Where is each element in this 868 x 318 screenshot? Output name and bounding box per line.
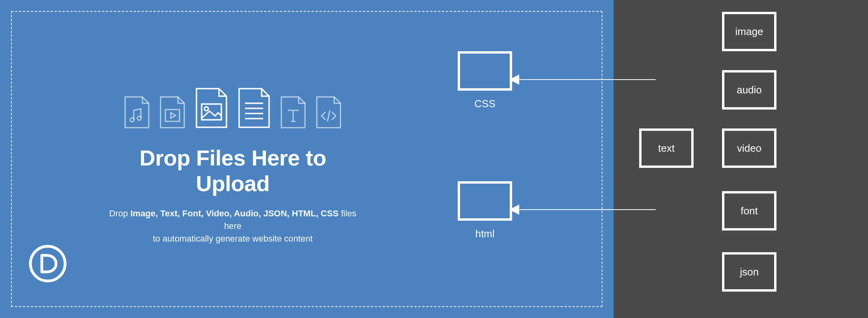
svg-point-4 (204, 107, 208, 111)
source-tile-image[interactable]: image (722, 12, 776, 51)
dropzone-panel[interactable]: Drop Files Here to Upload Drop Image, Te… (0, 0, 614, 318)
font-file-icon (280, 95, 307, 129)
svg-point-9 (30, 246, 65, 281)
drop-slot-box (458, 181, 512, 221)
drop-slot-label: html (458, 228, 512, 240)
svg-rect-2 (165, 110, 180, 121)
code-file-icon (315, 95, 342, 129)
dropzone-title: Drop Files Here to Upload (103, 145, 363, 196)
subtitle-prefix: Drop (109, 208, 131, 218)
dropzone-content: Drop Files Here to Upload Drop Image, Te… (103, 87, 363, 245)
image-file-icon (195, 87, 228, 129)
tile-label: text (658, 142, 675, 154)
drop-slot-label: CSS (458, 98, 512, 110)
text-file-icon (237, 87, 271, 129)
dropzone-subtitle: Drop Image, Text, Font, Video, Audio, JS… (103, 207, 363, 245)
source-tile-font[interactable]: font (722, 191, 776, 231)
file-type-icons (103, 87, 363, 129)
source-tile-video[interactable]: video (722, 128, 776, 168)
tile-label: audio (737, 84, 762, 96)
drop-slot-box (458, 51, 512, 91)
divi-logo-icon (28, 244, 67, 285)
tile-label: image (735, 26, 763, 38)
drop-slot-css[interactable]: CSS (458, 51, 512, 110)
video-file-icon (159, 95, 186, 129)
audio-file-icon (123, 95, 150, 129)
tile-label: font (741, 205, 758, 217)
svg-point-0 (130, 118, 134, 122)
tile-label: json (740, 266, 759, 278)
source-tile-audio[interactable]: audio (722, 70, 776, 110)
drop-slot-html[interactable]: html (458, 181, 512, 240)
source-tile-text[interactable]: text (639, 128, 694, 168)
subtitle-filetypes: Image, Text, Font, Video, Audio, JSON, H… (130, 208, 339, 218)
tile-label: video (737, 142, 761, 154)
arrow-to-html (510, 209, 656, 210)
arrow-to-css (510, 79, 656, 80)
subtitle-line2: to automatically generate website conten… (153, 234, 313, 244)
source-tile-json[interactable]: json (722, 252, 776, 292)
svg-point-1 (137, 116, 141, 120)
